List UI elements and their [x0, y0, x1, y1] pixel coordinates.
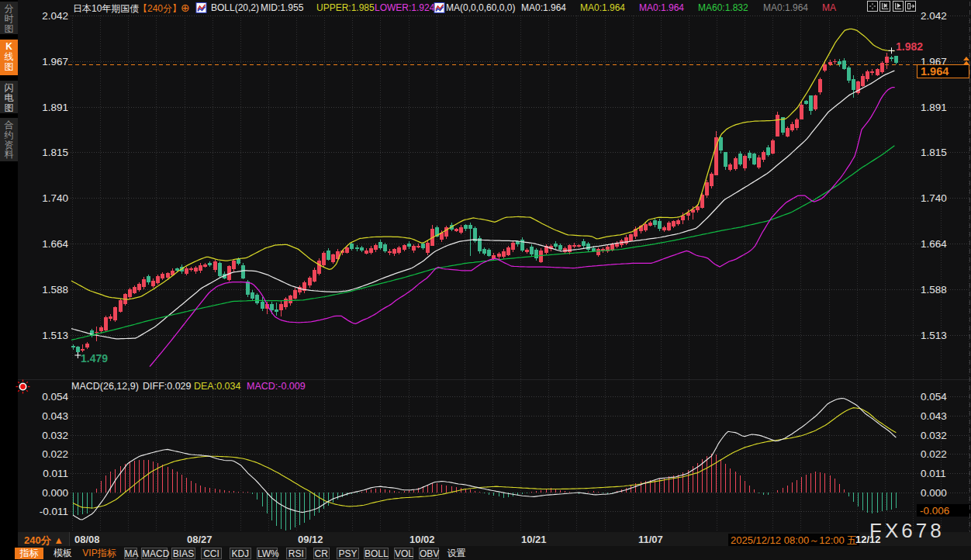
svg-text:1.967: 1.967: [42, 56, 68, 67]
svg-text:1.815: 1.815: [42, 147, 68, 158]
svg-text:1.664: 1.664: [921, 238, 947, 250]
svg-text:0.000: 0.000: [921, 487, 947, 499]
svg-text:0.011: 0.011: [43, 468, 68, 479]
svg-text:1.891: 1.891: [921, 102, 947, 113]
svg-text:0.032: 0.032: [42, 430, 68, 441]
svg-text:0.000: 0.000: [42, 487, 68, 499]
svg-text:1.740: 1.740: [42, 192, 68, 204]
svg-text:1.588: 1.588: [42, 284, 68, 296]
svg-text:0.043: 0.043: [42, 410, 68, 422]
svg-text:0.011: 0.011: [921, 468, 946, 479]
svg-text:0.054: 0.054: [42, 391, 68, 403]
svg-text:1.815: 1.815: [921, 147, 947, 158]
svg-text:-0.011: -0.011: [40, 506, 68, 517]
svg-text:-0.006: -0.006: [920, 505, 949, 517]
svg-text:1.513: 1.513: [921, 330, 947, 341]
svg-text:0.043: 0.043: [921, 410, 947, 422]
svg-text:1.513: 1.513: [42, 330, 68, 341]
svg-text:0.054: 0.054: [921, 391, 947, 403]
svg-text:0.032: 0.032: [921, 430, 947, 441]
svg-text:1.664: 1.664: [42, 238, 68, 250]
svg-text:1.891: 1.891: [42, 102, 68, 113]
svg-text:1.964: 1.964: [921, 65, 949, 78]
svg-text:0.022: 0.022: [921, 448, 947, 460]
svg-text:0.022: 0.022: [42, 448, 68, 460]
svg-text:1.479: 1.479: [81, 352, 108, 365]
svg-text:1.588: 1.588: [921, 284, 947, 296]
svg-text:1.982: 1.982: [896, 40, 923, 53]
svg-text:1.740: 1.740: [921, 192, 947, 204]
